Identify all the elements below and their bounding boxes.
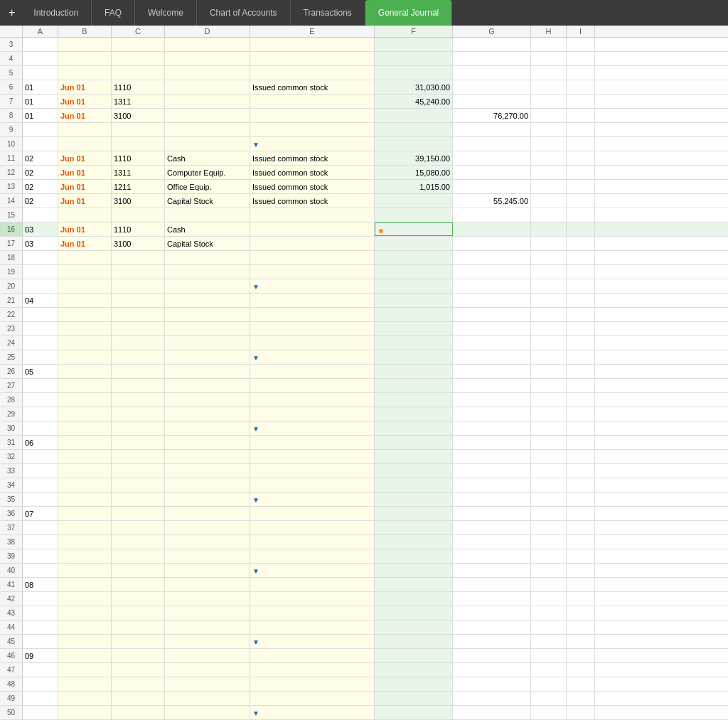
cell-i[interactable] <box>567 109 595 122</box>
cell-g[interactable] <box>453 66 531 80</box>
cell-c[interactable] <box>112 279 165 293</box>
cell-c[interactable] <box>112 635 165 648</box>
cell-e[interactable]: ▼ <box>250 635 375 648</box>
cell-g[interactable] <box>453 180 531 193</box>
cell-f[interactable] <box>375 350 453 364</box>
cell-i[interactable] <box>567 379 595 392</box>
cell-c[interactable]: 1311 <box>112 166 165 179</box>
cell-b[interactable] <box>58 493 112 506</box>
cell-i[interactable] <box>567 95 595 108</box>
cell-g[interactable] <box>453 95 531 108</box>
cell-d[interactable]: Computer Equip. <box>165 166 250 179</box>
cell-e[interactable] <box>250 578 375 591</box>
cell-g[interactable] <box>453 166 531 179</box>
cell-c[interactable] <box>112 677 165 691</box>
col-header-b[interactable]: B <box>58 26 112 37</box>
cell-e[interactable]: Issued common stock <box>250 166 375 179</box>
cell-b[interactable] <box>58 279 112 293</box>
cell-a[interactable] <box>23 279 58 293</box>
cell-b[interactable] <box>58 294 112 307</box>
cell-e[interactable]: ▼ <box>250 279 375 293</box>
cell-g[interactable] <box>453 237 531 250</box>
cell-d[interactable] <box>165 393 250 407</box>
cell-c[interactable] <box>112 436 165 449</box>
cell-c[interactable]: 1110 <box>112 151 165 165</box>
cell-a[interactable] <box>23 493 58 506</box>
cell-a[interactable]: 02 <box>23 180 58 193</box>
cell-c[interactable] <box>112 464 165 478</box>
cell-e[interactable] <box>250 265 375 279</box>
cell-f[interactable] <box>375 535 453 549</box>
col-header-e[interactable]: E <box>250 26 375 37</box>
cell-a[interactable] <box>23 620 58 634</box>
cell-c[interactable] <box>112 592 165 606</box>
cell-f[interactable] <box>375 66 453 80</box>
cell-h[interactable] <box>531 549 567 563</box>
cell-e[interactable] <box>250 222 375 236</box>
col-header-a[interactable]: A <box>23 26 58 37</box>
cell-a[interactable] <box>23 421 58 435</box>
cell-a[interactable] <box>23 137 58 151</box>
cell-e[interactable] <box>250 692 375 705</box>
cell-h[interactable] <box>531 95 567 108</box>
cell-e[interactable] <box>250 336 375 350</box>
cell-f[interactable] <box>375 137 453 151</box>
cell-h[interactable] <box>531 606 567 620</box>
cell-f[interactable]: 31,030.00 <box>375 80 453 94</box>
cell-c[interactable] <box>112 208 165 222</box>
cell-f[interactable] <box>375 379 453 392</box>
cell-c[interactable] <box>112 606 165 620</box>
cell-a[interactable] <box>23 265 58 279</box>
cell-g[interactable] <box>453 421 531 435</box>
cell-i[interactable] <box>567 251 595 264</box>
cell-e[interactable] <box>250 507 375 520</box>
cell-h[interactable] <box>531 620 567 634</box>
cell-b[interactable] <box>58 322 112 335</box>
cell-g[interactable] <box>453 592 531 606</box>
cell-f[interactable] <box>375 436 453 449</box>
cell-b[interactable] <box>58 336 112 350</box>
cell-e[interactable]: ▼ <box>250 493 375 506</box>
cell-e[interactable] <box>250 237 375 250</box>
cell-e[interactable] <box>250 95 375 108</box>
cell-e[interactable] <box>250 379 375 392</box>
cell-g[interactable] <box>453 80 531 94</box>
cell-e[interactable] <box>250 365 375 378</box>
cell-i[interactable] <box>567 123 595 136</box>
cell-i[interactable] <box>567 606 595 620</box>
cell-d[interactable] <box>165 663 250 677</box>
cell-h[interactable] <box>531 80 567 94</box>
cell-h[interactable] <box>531 350 567 364</box>
cell-i[interactable] <box>567 180 595 193</box>
cell-a[interactable] <box>23 251 58 264</box>
cell-f[interactable] <box>375 663 453 677</box>
cell-h[interactable] <box>531 137 567 151</box>
cell-h[interactable] <box>531 393 567 407</box>
cell-c[interactable] <box>112 706 165 719</box>
cell-a[interactable] <box>23 521 58 534</box>
cell-i[interactable] <box>567 194 595 208</box>
cell-i[interactable] <box>567 450 595 463</box>
cell-a[interactable] <box>23 450 58 463</box>
cell-b[interactable] <box>58 663 112 677</box>
cell-b[interactable] <box>58 535 112 549</box>
cell-b[interactable]: Jun 01 <box>58 151 112 165</box>
cell-b[interactable] <box>58 478 112 492</box>
cell-b[interactable]: Jun 01 <box>58 222 112 236</box>
cell-i[interactable] <box>567 222 595 236</box>
cell-g[interactable] <box>453 137 531 151</box>
cell-g[interactable] <box>453 265 531 279</box>
cell-f[interactable] <box>375 464 453 478</box>
col-header-d[interactable]: D <box>165 26 250 37</box>
cell-e[interactable] <box>250 606 375 620</box>
cell-b[interactable] <box>58 635 112 648</box>
cell-b[interactable]: Jun 01 <box>58 109 112 122</box>
cell-i[interactable] <box>567 535 595 549</box>
cell-b[interactable]: Jun 01 <box>58 80 112 94</box>
cell-e[interactable] <box>250 66 375 80</box>
cell-d[interactable]: Capital Stock <box>165 194 250 208</box>
cell-b[interactable] <box>58 578 112 591</box>
cell-b[interactable]: Jun 01 <box>58 166 112 179</box>
cell-h[interactable] <box>531 166 567 179</box>
cell-h[interactable] <box>531 578 567 591</box>
